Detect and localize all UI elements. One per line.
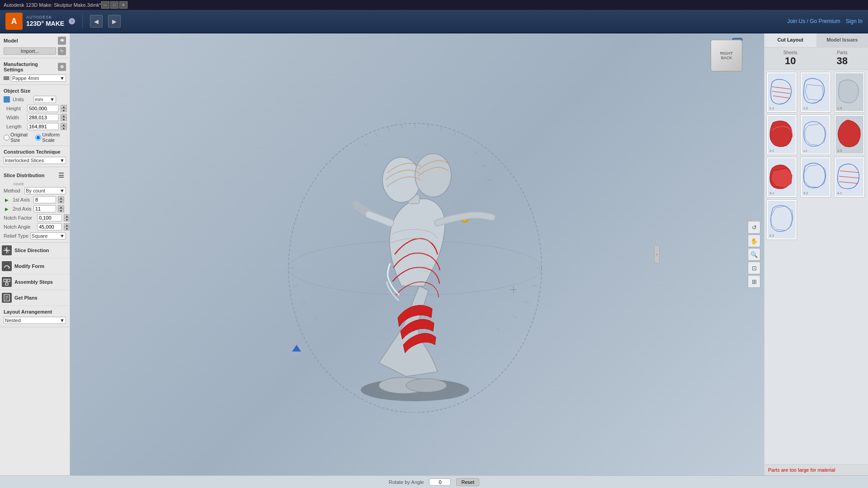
rotate-tool-button[interactable]: ↺ [748,221,760,234]
thumbnail-3[interactable]: 1-3 [834,72,865,113]
relief-label: Relief Type [4,233,28,239]
svg-text:1-3: 1-3 [837,107,842,110]
slice-dist-icon[interactable]: ☰ [56,170,66,180]
signin-link[interactable]: Sign In [846,18,863,24]
axis1-input[interactable] [33,196,56,203]
undo-button[interactable]: ◀ [90,15,103,28]
axis1-up-button[interactable]: ▲ [58,196,64,200]
assembly-steps-label: Assembly Steps [14,279,53,285]
pan-tool-button[interactable]: ✋ [748,235,760,247]
reset-button[interactable]: Reset [456,478,479,486]
tab-cut-layout[interactable]: Cut Layout [764,33,816,47]
units-label: Units [13,97,32,102]
thumbnail-8[interactable]: 3-2 [800,157,831,197]
model-eye-icon[interactable]: 👁 [58,37,66,45]
width-down-button[interactable]: ▼ [61,117,67,121]
svg-line-24 [513,315,517,319]
sheets-stat: Sheets 10 [764,50,816,67]
notch-factor-input[interactable] [37,214,62,221]
relief-row: Relief Type Square ▼ [3,231,67,240]
material-dropdown[interactable]: Pappe 4mm ▼ [11,75,66,82]
axis1-down-button[interactable]: ▼ [58,200,64,203]
axis2-play-icon[interactable]: ▶ [4,206,10,212]
svg-line-18 [474,151,478,154]
minimize-button[interactable]: ─ [101,1,109,9]
thumbnail-1[interactable]: 1-1 [766,72,797,113]
length-up-button[interactable]: ▲ [61,123,67,127]
assembly-steps-row[interactable]: Assembly Steps [0,274,70,290]
svg-line-22 [533,285,537,286]
info-icon[interactable]: ? [69,18,75,24]
notch-angle-down-button[interactable]: ▼ [64,227,70,230]
notch-angle-input[interactable] [37,223,62,230]
refresh-icon[interactable]: ↻ [58,47,66,55]
zoom-tool-button[interactable]: 🔍 [748,248,760,261]
thumbnail-2[interactable]: 1-2 [800,72,831,113]
uniform-scale-input[interactable] [35,135,41,141]
redo-button[interactable]: ▶ [108,15,121,28]
axis1-row: ▶ 1st Axis ▲ ▼ [3,195,67,204]
original-size-input[interactable] [4,135,9,141]
settings-gear-icon[interactable]: ⚙ [58,63,66,71]
parts-stat: Parts 38 [816,50,868,67]
method-dropdown[interactable]: By count ▼ [24,187,66,194]
width-up-button[interactable]: ▲ [61,114,67,117]
thumbnail-6[interactable]: 2-3 [834,114,865,155]
close-button[interactable]: ✕ [119,1,127,9]
width-input[interactable] [27,114,59,121]
nav-cube-right-label: RIGHT BACK [720,51,733,60]
viewport[interactable]: ◀ RIGHT BACK [70,33,764,475]
import-button[interactable]: Import... [4,47,56,55]
technique-section: Construction Technique Interlocked Slice… [0,146,70,167]
nav-cube-box[interactable]: RIGHT BACK [711,40,742,71]
layout-value: Nested [5,318,21,323]
height-input[interactable] [27,105,59,112]
maximize-button[interactable]: □ [110,1,118,9]
model-svg [270,96,564,413]
notch-angle-up-button[interactable]: ▲ [64,223,70,227]
thumbnail-10[interactable]: 4-2 [766,199,797,240]
thumbnail-5[interactable]: 2-2 [800,114,831,155]
svg-line-20 [487,180,492,180]
get-plans-row[interactable]: Get Plans [0,290,70,306]
axis1-play-icon[interactable]: ▶ [4,197,10,203]
relief-dropdown[interactable]: Square ▼ [30,232,66,239]
logo-text: AUTODESK 123D° MAKE [26,15,64,28]
nav-cube[interactable]: ◀ RIGHT BACK [711,38,742,70]
slice-direction-icon [2,245,12,255]
object-size-label: Object Size [4,88,30,94]
axis2-down-button[interactable]: ▼ [58,209,64,212]
slice-direction-row[interactable]: Slice Direction [0,243,70,258]
fit-tool-button[interactable]: ⊡ [748,262,760,274]
length-input[interactable] [27,123,59,130]
tab-model-issues[interactable]: Model Issues [816,33,868,47]
view-tool-button[interactable]: ⊞ [748,275,760,288]
original-size-radio[interactable]: Original Size [4,132,32,143]
axis2-up-button[interactable]: ▲ [58,205,64,209]
notch-factor-up-button[interactable]: ▲ [64,214,70,218]
right-panel-toggle[interactable]: ‹ [654,245,660,263]
rotate-label: Rotate by Angle [389,479,424,485]
technique-dropdown[interactable]: Interlocked Slices ▼ [4,157,66,164]
thumbnail-9[interactable]: 4-1 [834,157,865,197]
units-dropdown[interactable]: mm ▼ [33,96,56,103]
thumbnail-4[interactable]: 2-1 [766,114,797,155]
notch-factor-down-button[interactable]: ▼ [64,218,70,221]
angle-input[interactable] [429,479,451,486]
brand-label: AUTODESK [26,15,64,20]
right-panel-footer: Parts are too large for material [764,464,868,475]
statusbar: Rotate by Angle Reset [0,475,868,488]
axis2-input[interactable] [33,205,56,212]
height-down-button[interactable]: ▼ [61,108,67,112]
height-up-button[interactable]: ▲ [61,105,67,108]
length-down-button[interactable]: ▼ [61,127,67,130]
svg-line-14 [428,124,429,129]
thumbnail-7[interactable]: 3-1 [766,157,797,197]
join-premium-link[interactable]: Join Us / Go Premium [787,18,840,24]
height-spinner: ▲ ▼ [61,105,67,112]
length-spinner: ▲ ▼ [61,123,67,130]
slice-dist-label: Slice Distribution [4,173,44,178]
layout-dropdown[interactable]: Nested ▼ [4,317,66,324]
uniform-scale-radio[interactable]: Uniform Scale [35,132,66,143]
modify-form-row[interactable]: Modify Form [0,258,70,274]
